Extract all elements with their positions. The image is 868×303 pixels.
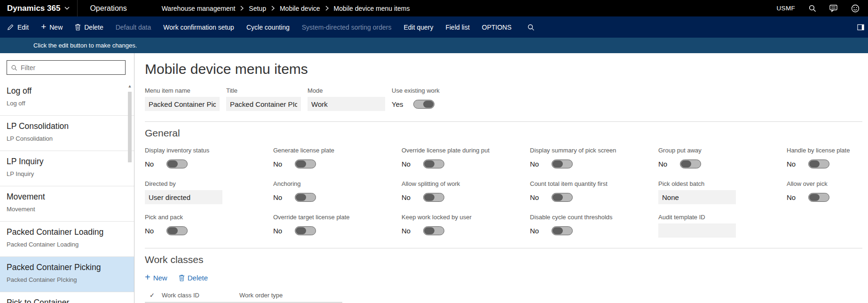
- field-count-total-item-quantity-first: Count total item quantity first No: [530, 180, 658, 204]
- field-anchoring: Anchoring No: [273, 180, 402, 204]
- work-classes-section-divider: [145, 248, 862, 248]
- generate-license-plate-toggle[interactable]: [295, 159, 316, 168]
- menu-item-name-input[interactable]: [145, 97, 220, 111]
- work-classes-section-title: Work classes: [145, 254, 862, 265]
- allow-over-pick-toggle[interactable]: [808, 193, 829, 202]
- work-confirmation-setup-button[interactable]: Work confirmation setup: [157, 16, 240, 38]
- delete-button[interactable]: Delete: [69, 16, 109, 38]
- field-list-button[interactable]: Field list: [439, 16, 475, 38]
- sidebar-item-lp-inquiry[interactable]: LP Inquiry LP Inquiry: [0, 151, 134, 186]
- edit-button[interactable]: Edit: [0, 16, 35, 38]
- general-fields-grid: Display inventory status No Generate lic…: [145, 147, 862, 238]
- breadcrumb-item-warehouse-management[interactable]: Warehouse management: [162, 5, 236, 12]
- breadcrumb-item-mobile-device[interactable]: Mobile device: [280, 5, 320, 12]
- use-existing-work-toggle[interactable]: [413, 100, 434, 109]
- page-title: Mobile device menu items: [145, 61, 862, 77]
- app-name[interactable]: Operations: [77, 0, 139, 16]
- edit-query-button[interactable]: Edit query: [397, 16, 439, 38]
- override-license-plate-during-put-toggle[interactable]: [423, 159, 444, 168]
- field-generate-license-plate: Generate license plate No: [273, 147, 402, 171]
- panel-toggle-icon[interactable]: [852, 24, 868, 31]
- sidebar-item-packed-container-picking[interactable]: Packed Container Picking Packed Containe…: [0, 257, 134, 292]
- field-keep-work-locked-by-user: Keep work locked by user No: [402, 214, 530, 238]
- field-directed-by: Directed by: [145, 180, 273, 204]
- message-bar-text: Click the edit button to make changes.: [33, 42, 137, 49]
- title-input[interactable]: [226, 97, 301, 111]
- disable-cycle-count-thresholds-toggle[interactable]: [552, 226, 573, 235]
- override-target-license-plate-toggle[interactable]: [295, 226, 316, 235]
- field-display-summary-of-pick-screen: Display summary of pick screen No: [530, 147, 658, 171]
- breadcrumb-item-setup[interactable]: Setup: [249, 5, 266, 12]
- work-classes-new-button[interactable]: + New: [145, 273, 167, 282]
- directed-by-input[interactable]: [145, 190, 222, 204]
- use-existing-work-field: Use existing work Yes: [392, 87, 440, 111]
- sidebar-item-movement[interactable]: Movement Movement: [0, 186, 134, 222]
- chevron-right-icon: [325, 6, 329, 11]
- brand-label: Dynamics 365: [7, 4, 60, 13]
- allow-splitting-of-work-toggle[interactable]: [423, 193, 444, 202]
- pick-and-pack-toggle[interactable]: [166, 226, 188, 235]
- display-inventory-status-toggle[interactable]: [166, 159, 188, 168]
- filter-input[interactable]: [21, 64, 121, 72]
- work-classes-delete-button[interactable]: Delete: [179, 274, 208, 282]
- message-bar: Click the edit button to make changes.: [0, 38, 868, 53]
- field-audit-template-id: Audit template ID: [658, 214, 787, 238]
- new-button[interactable]: + New: [35, 16, 69, 38]
- chevron-down-icon: [64, 7, 70, 10]
- trash-icon: [75, 24, 81, 31]
- action-pane: Edit + New Delete Default data Work conf…: [0, 16, 868, 38]
- filter-box: [7, 60, 126, 75]
- breadcrumb-item-mobile-device-menu-items[interactable]: Mobile device menu items: [334, 5, 410, 12]
- default-data-button[interactable]: Default data: [110, 16, 158, 38]
- search-icon[interactable]: [808, 4, 816, 12]
- plus-icon: +: [145, 272, 150, 282]
- general-section-divider: [145, 121, 862, 122]
- audit-template-id-input[interactable]: [658, 223, 736, 238]
- field-display-inventory-status: Display inventory status No: [145, 147, 273, 171]
- breadcrumb: Warehouse management Setup Mobile device…: [162, 5, 410, 12]
- dynamics-brand[interactable]: Dynamics 365: [0, 0, 77, 16]
- pencil-icon: [7, 24, 14, 31]
- work-classes-grid-header: ✓ Work class ID Work order type: [145, 288, 342, 303]
- topbar-right-controls: USMF: [777, 4, 868, 13]
- pick-oldest-batch-input[interactable]: [658, 190, 736, 204]
- company-badge[interactable]: USMF: [777, 5, 795, 12]
- sidebar-item-log-off[interactable]: Log off Log off: [0, 80, 134, 116]
- actionbar-search-icon[interactable]: [521, 16, 541, 38]
- menu-item-name-field: Menu item name: [145, 87, 220, 111]
- keep-work-locked-by-user-toggle[interactable]: [423, 226, 444, 235]
- filter-search-icon: [11, 64, 17, 71]
- handle-by-license-plate-toggle[interactable]: [808, 159, 829, 168]
- help-smiley-icon[interactable]: [851, 4, 860, 13]
- column-header-work-order-type[interactable]: Work order type: [237, 288, 342, 302]
- select-all-check-icon[interactable]: ✓: [145, 288, 159, 302]
- sidebar-item-lp-consolidation[interactable]: LP Consolidation LP Consolidation: [0, 116, 134, 151]
- options-button[interactable]: OPTIONS: [476, 16, 518, 38]
- field-group-put-away: Group put away No: [658, 147, 787, 171]
- anchoring-toggle[interactable]: [295, 193, 316, 202]
- field-pick-and-pack: Pick and pack No: [145, 214, 273, 238]
- menu-items-sidebar: Log off Log off LP Consolidation LP Cons…: [0, 53, 134, 303]
- sidebar-item-packed-container-loading[interactable]: Packed Container Loading Packed Containe…: [0, 222, 134, 257]
- header-fields: Menu item name Title Mode Use existing w…: [145, 87, 862, 111]
- group-put-away-toggle[interactable]: [680, 159, 701, 168]
- trash-icon: [179, 274, 185, 281]
- mode-input[interactable]: [308, 97, 385, 111]
- column-header-work-class-id[interactable]: Work class ID: [159, 288, 237, 302]
- chevron-right-icon: [240, 6, 244, 11]
- menu-item-list: Log off Log off LP Consolidation LP Cons…: [0, 80, 134, 303]
- field-allow-splitting-of-work: Allow splitting of work No: [402, 180, 530, 204]
- field-handle-by-license-plate: Handle by license plate No: [787, 147, 868, 171]
- chevron-right-icon: [271, 6, 275, 11]
- feedback-message-icon[interactable]: [829, 4, 838, 12]
- work-classes-grid: ✓ Work class ID Work order type ContPick…: [145, 288, 342, 303]
- main-panel: Mobile device menu items Menu item name …: [134, 53, 868, 303]
- scrollbar-up-icon[interactable]: ▲: [126, 82, 133, 90]
- title-field: Title: [226, 87, 301, 111]
- display-summary-of-pick-screen-toggle[interactable]: [552, 159, 573, 168]
- sidebar-item-pick-to-container[interactable]: Pick to Container: [0, 292, 134, 303]
- system-directed-sorting-orders-button[interactable]: System-directed sorting orders: [296, 16, 398, 38]
- scrollbar-thumb[interactable]: [128, 92, 132, 162]
- cycle-counting-button[interactable]: Cycle counting: [240, 16, 296, 38]
- count-total-item-quantity-first-toggle[interactable]: [552, 193, 573, 202]
